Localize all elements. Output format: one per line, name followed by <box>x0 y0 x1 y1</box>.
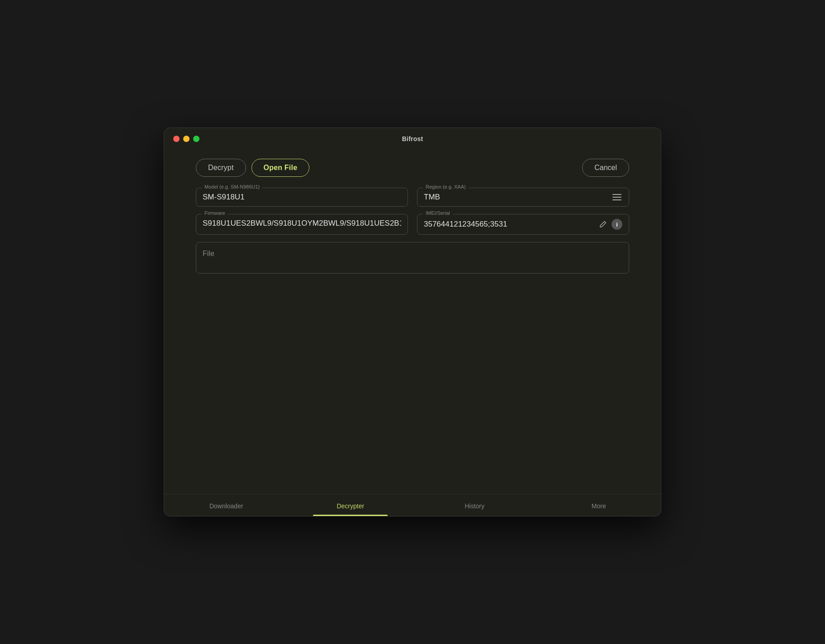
maximize-button[interactable] <box>193 136 199 142</box>
tab-downloader[interactable]: Downloader <box>164 494 289 516</box>
model-input[interactable] <box>203 193 401 202</box>
firmware-input[interactable] <box>203 219 401 228</box>
open-file-button[interactable]: Open File <box>251 159 310 177</box>
info-letter: i <box>616 221 618 228</box>
region-field-group: Region (e.g. XAA) <box>417 188 629 207</box>
tab-history[interactable]: History <box>412 494 537 516</box>
tab-downloader-label: Downloader <box>209 502 243 510</box>
tab-history-label: History <box>465 502 484 510</box>
imei-label: IMEI/Serial <box>423 210 453 216</box>
imei-input[interactable] <box>424 220 594 229</box>
window-title: Bifrost <box>402 135 423 142</box>
firmware-field-group: Firmware <box>196 214 408 235</box>
svg-rect-0 <box>612 194 621 195</box>
region-list-icon[interactable] <box>612 193 622 202</box>
toolbar-left: Decrypt Open File <box>196 159 309 177</box>
decrypt-button[interactable]: Decrypt <box>196 159 246 177</box>
window-controls <box>173 136 199 142</box>
firmware-label: Firmware <box>202 210 228 216</box>
main-content: Decrypt Open File Cancel Model (e.g. SM-… <box>164 150 661 494</box>
region-label: Region (e.g. XAA) <box>423 184 469 189</box>
title-bar: Bifrost <box>164 128 661 150</box>
file-label: File <box>203 250 214 258</box>
cancel-button[interactable]: Cancel <box>582 159 629 177</box>
model-label: Model (e.g. SM-N986U1) <box>202 184 262 189</box>
tab-more-label: More <box>592 502 606 510</box>
region-input[interactable] <box>424 193 609 202</box>
imei-info-icon[interactable]: i <box>612 219 622 230</box>
imei-field-wrapper: i <box>424 219 622 230</box>
tab-decrypter-label: Decrypter <box>337 502 364 510</box>
tab-bar: Downloader Decrypter History More <box>164 494 661 516</box>
imei-field-group: IMEI/Serial i <box>417 214 629 235</box>
tab-decrypter[interactable]: Decrypter <box>289 494 413 516</box>
tab-more[interactable]: More <box>537 494 661 516</box>
empty-area <box>196 274 629 485</box>
model-field-group: Model (e.g. SM-N986U1) <box>196 188 408 207</box>
firmware-imei-row: Firmware IMEI/Serial i <box>196 214 629 235</box>
close-button[interactable] <box>173 136 180 142</box>
region-field-wrapper <box>424 193 622 202</box>
model-region-row: Model (e.g. SM-N986U1) Region (e.g. XAA) <box>196 188 629 207</box>
toolbar: Decrypt Open File Cancel <box>196 159 629 177</box>
svg-rect-2 <box>612 199 621 200</box>
svg-rect-1 <box>612 197 621 198</box>
file-box: File <box>196 242 629 274</box>
minimize-button[interactable] <box>183 136 190 142</box>
imei-edit-icon[interactable] <box>598 219 608 229</box>
app-window: Bifrost Decrypt Open File Cancel Model (… <box>164 128 661 516</box>
